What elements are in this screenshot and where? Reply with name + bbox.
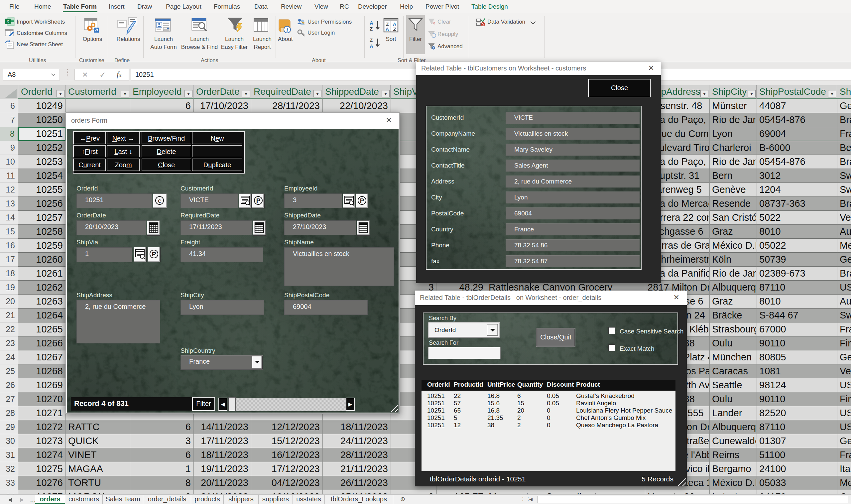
svg-text:i: i [287, 27, 288, 33]
svg-text:Z: Z [370, 37, 373, 43]
svg-text:Z: Z [393, 26, 396, 32]
svg-text:A: A [386, 26, 389, 32]
svg-text:A: A [370, 20, 373, 25]
svg-text:X: X [6, 19, 9, 24]
svg-text:Z: Z [370, 26, 373, 32]
svg-text:A: A [370, 43, 373, 49]
